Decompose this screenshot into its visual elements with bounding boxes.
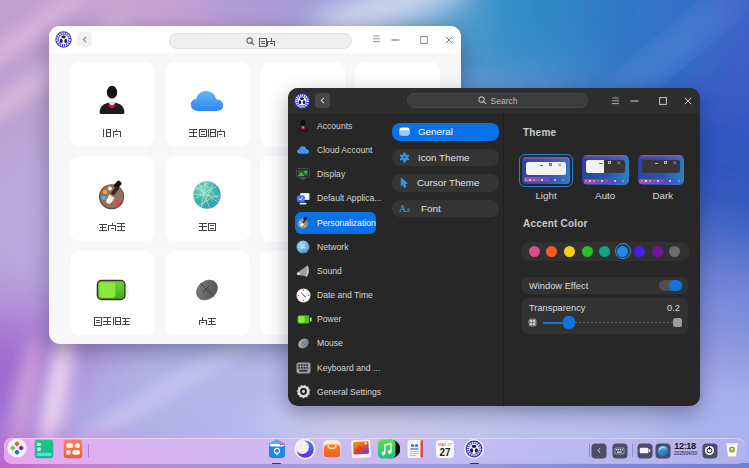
- svg-text:27: 27: [440, 446, 452, 457]
